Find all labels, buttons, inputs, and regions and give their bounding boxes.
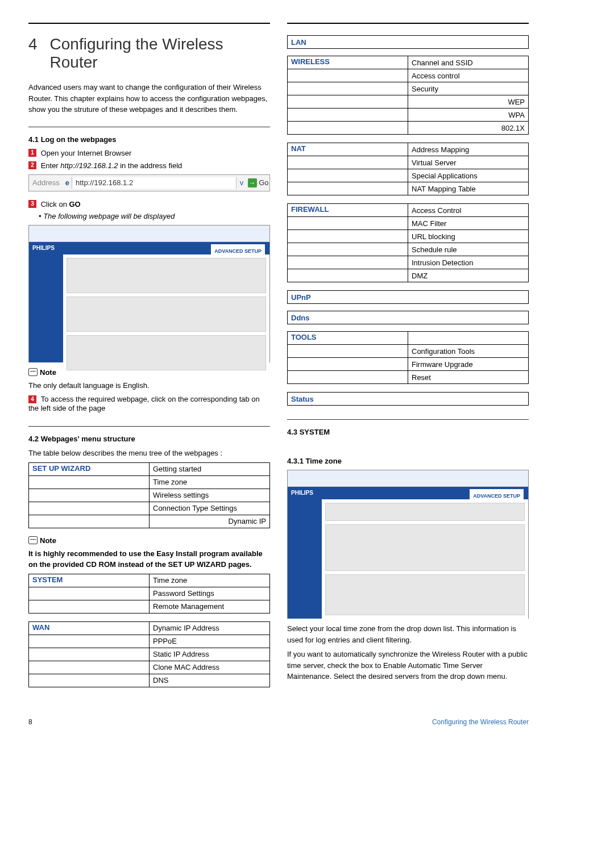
note-text-bold: It is highly recommended to use the Easy… — [28, 548, 270, 570]
status-page-screenshot: PHILIPSADVANCED SETUP — [28, 225, 270, 362]
timezone-para-2: If you want to automatically synchronize… — [287, 649, 529, 682]
footer-title: Configuring the Wireless Router — [432, 718, 529, 726]
go-button[interactable]: → Go — [247, 178, 269, 187]
address-url[interactable]: http://192.168.1.2 — [72, 177, 237, 189]
section-4-2-lead: The table below describes the menu tree … — [28, 448, 270, 459]
menu-system: SystemTime zone Password Settings Remote… — [28, 574, 270, 614]
note-icon — [28, 536, 38, 544]
step-badge: 4 — [28, 395, 36, 403]
chapter-title-text: Configuring the Wireless Router — [50, 35, 270, 72]
menu-wireless: WirelessChannel and SSID Access control … — [287, 56, 529, 135]
menu-tools: Tools Configuration Tools Firmware Upgra… — [287, 331, 529, 384]
step-2: 2 Enter http://192.168.1.2 in the addres… — [28, 161, 270, 170]
page-number: 8 — [28, 718, 32, 726]
address-label: Address — [29, 178, 63, 187]
timezone-page-screenshot: PHILIPSADVANCED SETUP — [287, 470, 529, 619]
step-1: 1 Open your Internet Browser — [28, 148, 270, 157]
chapter-number: 4 — [28, 35, 38, 72]
note-line: Note — [28, 536, 270, 545]
menu-ddns: Ddns — [287, 311, 529, 324]
section-4-2-heading: 4.2 Webpages' menu structure — [28, 435, 270, 443]
address-bar: Address e http://192.168.1.2 v → Go — [28, 174, 270, 191]
step-3-sub: • The following webpage will be displaye… — [39, 212, 270, 220]
note-label: Note — [40, 368, 56, 377]
note-label: Note — [40, 536, 56, 545]
menu-wan: WANDynamic IP Address PPPoE Static IP Ad… — [28, 621, 270, 687]
menu-firewall: FirewallAccess Control MAC Filter URL bl… — [287, 203, 529, 282]
step-badge: 2 — [28, 161, 36, 169]
menu-nat: NATAddress Mapping Virtual Server Specia… — [287, 143, 529, 195]
chapter-title: 4 Configuring the Wireless Router — [28, 35, 270, 72]
menu-lan: LAN — [287, 35, 529, 49]
note-text: The only default language is English. — [28, 380, 270, 391]
section-4-3-1-heading: 4.3.1 Time zone — [287, 457, 529, 465]
note-icon — [28, 368, 38, 376]
section-4-3-heading: 4.3 SYSTEM — [287, 428, 529, 436]
timezone-para-1: Select your local time zone from the dro… — [287, 623, 529, 645]
go-arrow-icon: → — [248, 178, 257, 187]
intro-paragraph: Advanced users may want to change the co… — [28, 82, 270, 115]
section-4-1-heading: 4.1 Log on the webpages — [28, 135, 270, 144]
menu-setup-wizard: Set Up WizardGetting started Time zone W… — [28, 462, 270, 528]
step-3: 3 Click on GO — [28, 199, 270, 208]
ie-icon: e — [63, 178, 72, 187]
menu-status: Status — [287, 392, 529, 406]
step-badge: 1 — [28, 149, 36, 157]
dropdown-icon[interactable]: v — [237, 178, 247, 187]
step-4: 4 To access the required webpage, click … — [28, 394, 270, 412]
step-badge: 3 — [28, 200, 36, 208]
page-footer: 8 Configuring the Wireless Router — [28, 718, 529, 726]
menu-upnp: UPnP — [287, 290, 529, 304]
